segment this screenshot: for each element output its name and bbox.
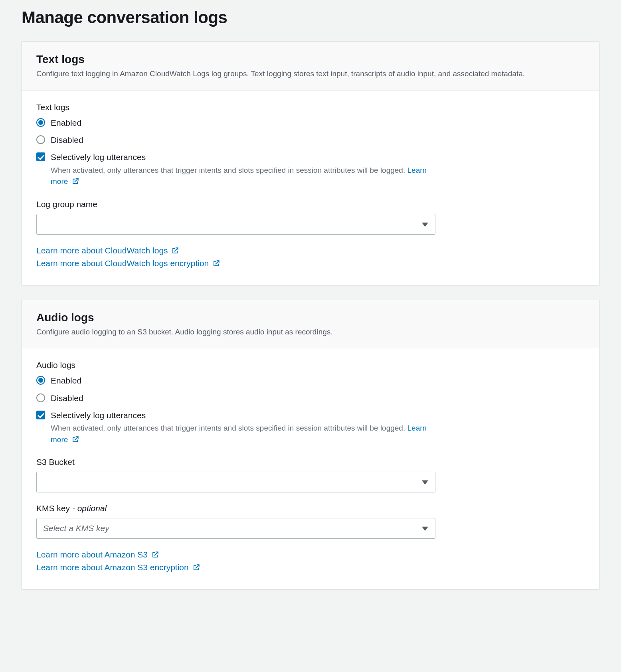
text-logs-title: Text logs [36, 53, 585, 66]
link-text: Learn more about Amazon S3 [36, 550, 148, 559]
audio-logs-radio-label: Audio logs [36, 360, 585, 370]
text-logs-radio-label: Text logs [36, 103, 585, 112]
checkbox-icon [36, 152, 45, 161]
radio-label: Enabled [51, 375, 81, 386]
radio-icon [36, 393, 45, 402]
amazon-s3-encryption-link[interactable]: Learn more about Amazon S3 encryption [36, 563, 200, 572]
checkbox-label: Selectively log utterances [51, 409, 146, 421]
external-link-icon [72, 435, 79, 447]
kms-key-label-text: KMS key [36, 504, 70, 513]
s3-bucket-label: S3 Bucket [36, 457, 585, 467]
cloudwatch-encryption-link[interactable]: Learn more about CloudWatch logs encrypt… [36, 259, 220, 268]
link-text: Learn more about Amazon S3 encryption [36, 563, 189, 572]
audio-logs-panel: Audio logs Configure audio logging to an… [22, 300, 599, 590]
s3-bucket-select[interactable] [36, 472, 435, 492]
help-text: When activated, only utterances that tri… [51, 166, 405, 174]
amazon-s3-link[interactable]: Learn more about Amazon S3 [36, 550, 159, 559]
external-link-icon [152, 551, 159, 560]
radio-label: Enabled [51, 117, 81, 128]
kms-key-label: KMS key - optional [36, 504, 585, 513]
help-text: When activated, only utterances that tri… [51, 424, 405, 432]
kms-optional-text: - optional [70, 504, 107, 513]
text-logs-header: Text logs Configure text logging in Amaz… [22, 42, 599, 91]
radio-label: Disabled [51, 134, 83, 146]
radio-icon [36, 135, 45, 144]
kms-key-select[interactable]: Select a KMS key [36, 518, 435, 539]
text-logs-selective-checkbox[interactable]: Selectively log utterances [36, 151, 585, 163]
log-group-name-label: Log group name [36, 200, 585, 209]
audio-logs-title: Audio logs [36, 311, 585, 324]
external-link-icon [193, 563, 200, 573]
text-logs-description: Configure text logging in Amazon CloudWa… [36, 68, 585, 80]
text-logs-disabled-radio[interactable]: Disabled [36, 134, 585, 146]
audio-logs-header: Audio logs Configure audio logging to an… [22, 300, 599, 349]
audio-logs-selective-checkbox[interactable]: Selectively log utterances [36, 409, 585, 421]
log-group-name-select[interactable] [36, 214, 435, 235]
kms-placeholder: Select a KMS key [43, 524, 109, 533]
page-title: Manage conversation logs [22, 8, 599, 27]
audio-logs-disabled-radio[interactable]: Disabled [36, 392, 585, 404]
text-logs-selective-help: When activated, only utterances that tri… [51, 165, 434, 188]
text-logs-enabled-radio[interactable]: Enabled [36, 117, 585, 128]
checkbox-icon [36, 411, 45, 419]
link-text: Learn more about CloudWatch logs [36, 246, 168, 255]
text-logs-panel: Text logs Configure text logging in Amaz… [22, 42, 599, 285]
external-link-icon [72, 177, 79, 188]
radio-label: Disabled [51, 392, 83, 404]
link-text: Learn more about CloudWatch logs encrypt… [36, 259, 209, 268]
audio-logs-enabled-radio[interactable]: Enabled [36, 375, 585, 386]
external-link-icon [213, 259, 220, 269]
cloudwatch-logs-link[interactable]: Learn more about CloudWatch logs [36, 246, 179, 255]
audio-logs-selective-help: When activated, only utterances that tri… [51, 423, 434, 446]
external-link-icon [172, 247, 179, 256]
checkbox-label: Selectively log utterances [51, 151, 146, 163]
radio-icon [36, 376, 45, 385]
audio-logs-description: Configure audio logging to an S3 bucket.… [36, 326, 585, 338]
radio-icon [36, 118, 45, 127]
